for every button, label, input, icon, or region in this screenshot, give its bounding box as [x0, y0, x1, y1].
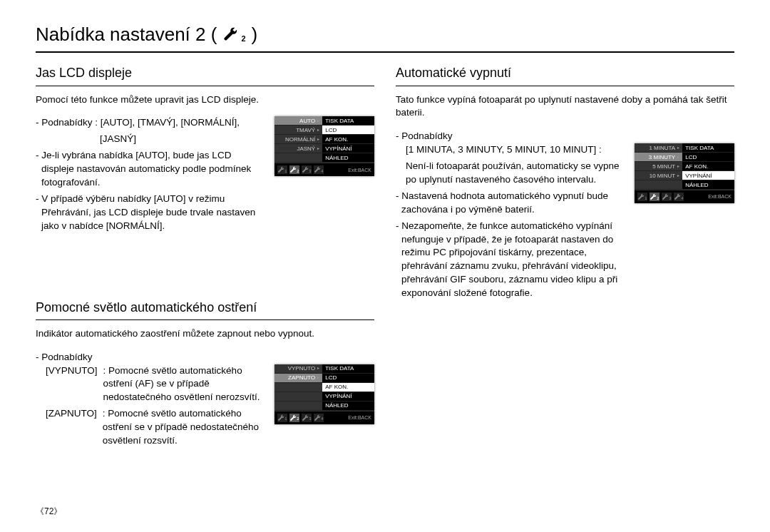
- cam-tab-icon: 2: [289, 414, 299, 422]
- cam-right-item: TISK DATA: [322, 364, 374, 374]
- cam-left-item: TMAVÝ: [274, 126, 322, 135]
- cam-left-item: [274, 383, 322, 392]
- section-auto-off: Automatické vypnutí Tato funkce vypíná f…: [396, 64, 734, 303]
- cam-tab-icon: 3: [662, 193, 672, 201]
- cam-left-item: [274, 153, 322, 163]
- autooff-p2: - Nastavená hodnota automatického vypnut…: [396, 190, 626, 217]
- content-columns: Jas LCD displeje Pomocí této funkce může…: [36, 64, 734, 471]
- cam-tab-icon: 3: [302, 165, 312, 174]
- cam-left-item: [274, 392, 322, 401]
- cam-right-item: VYPÍNÁNÍ: [322, 392, 374, 401]
- cam-right-item: TISK DATA: [322, 116, 374, 126]
- heading-af: Pomocné světlo automatického ostření: [36, 299, 374, 320]
- cam-right-item: NÁHLED: [322, 153, 374, 163]
- cam-footer: 1234Exit:BACK: [635, 190, 734, 203]
- cam-left-item: [635, 180, 682, 190]
- page-title: Nabídka nastavení 2 ( 2 ): [36, 21, 734, 53]
- autooff-p3: - Nezapomeňte, že funkce automatického v…: [396, 220, 626, 300]
- autooff-submenus: - Podnabídky: [396, 130, 734, 143]
- right-column: Automatické vypnutí Tato funkce vypíná f…: [396, 64, 734, 471]
- heading-autooff: Automatické vypnutí: [396, 64, 734, 86]
- cam-left-item: 10 MINUT: [635, 171, 682, 180]
- af-on-desc: : Pomocné světlo automatického ostření s…: [103, 407, 266, 448]
- wrench-subscript: 2: [241, 34, 245, 44]
- lcd-p3: - V případě výběru nabídky [AUTO] v reži…: [36, 193, 266, 233]
- cam-right-item: LCD: [322, 126, 374, 135]
- lcd-p2: - Je-li vybrána nabídka [AUTO], bude jas…: [36, 149, 266, 190]
- af-on-term: [ZAPNUTO]: [46, 407, 97, 448]
- cam-left-item: 3 MINUTY: [635, 153, 682, 162]
- left-column: Jas LCD displeje Pomocí této funkce může…: [36, 64, 374, 471]
- cam-left-item: 1 MINUTA: [635, 143, 682, 153]
- cam-left-item: VYPNUTO: [274, 364, 322, 374]
- af-off-desc: : Pomocné světlo automatického ostření (…: [103, 364, 266, 405]
- cam-exit-label: Exit:BACK: [348, 167, 371, 174]
- cam-exit-label: Exit:BACK: [348, 414, 371, 421]
- section-af-lamp: Pomocné světlo automatického ostření Ind…: [36, 299, 374, 451]
- cam-exit-label: Exit:BACK: [708, 193, 732, 200]
- lcd-submenus-1b: [JASNÝ]: [36, 133, 266, 146]
- cam-left-item: JASNÝ: [274, 144, 322, 153]
- cam-right-item: AF KON.: [682, 162, 734, 171]
- cam-left-item: ZAPNUTO: [274, 374, 322, 383]
- lcd-submenus-1: - Podnabídky : [AUTO], [TMAVÝ], [NORMÁLN…: [36, 116, 266, 130]
- cam-left-item: AUTO: [274, 116, 322, 126]
- camera-screenshot-autooff: 1 MINUTA3 MINUTY5 MINUT10 MINUTTISK DATA…: [635, 143, 734, 203]
- text-af: [VYPNUTO] : Pomocné světlo automatického…: [36, 364, 266, 451]
- cam-right-item: AF KON.: [322, 135, 374, 144]
- intro-autooff: Tato funkce vypíná fotoaparát po uplynut…: [396, 93, 734, 121]
- intro-af: Indikátor automatického zaostření můžete…: [36, 327, 374, 341]
- cam-right-item: TISK DATA: [682, 143, 734, 153]
- cam-tab-icon: 1: [637, 193, 647, 201]
- cam-left-item: [274, 401, 322, 411]
- autooff-p1b: Není-li fotoaparát používán, automaticky…: [396, 160, 626, 187]
- cam-tab-icon: 1: [277, 165, 287, 174]
- cam-right-item: NÁHLED: [322, 401, 374, 411]
- cam-right-item: LCD: [322, 374, 374, 383]
- cam-tab-icon: 4: [674, 193, 684, 201]
- text-autooff: [1 MINUTA, 3 MINUTY, 5 MINUT, 10 MINUT] …: [396, 143, 626, 303]
- cam-tab-icon: 2: [650, 193, 659, 201]
- cam-footer: 1234Exit:BACK: [274, 411, 374, 424]
- cam-right-item: VYPÍNÁNÍ: [682, 171, 734, 180]
- cam-right-item: NÁHLED: [682, 180, 734, 190]
- cam-right-item: LCD: [682, 153, 734, 162]
- af-submenus: - Podnabídky: [36, 351, 374, 364]
- cam-right-item: AF KON.: [322, 383, 374, 392]
- page-number: 《72》: [36, 506, 62, 518]
- cam-left-item: 5 MINUT: [635, 162, 682, 171]
- cam-footer: 1234Exit:BACK: [274, 163, 374, 176]
- cam-tab-icon: 2: [289, 165, 299, 174]
- text-lcd: - Podnabídky : [AUTO], [TMAVÝ], [NORMÁLN…: [36, 116, 266, 235]
- autooff-p1: [1 MINUTA, 3 MINUTY, 5 MINUT, 10 MINUT] …: [396, 143, 626, 157]
- title-suffix: ): [252, 21, 258, 47]
- cam-tab-icon: 3: [302, 414, 312, 422]
- intro-lcd: Pomocí této funkce můžete upravit jas LC…: [36, 93, 374, 107]
- cam-tab-icon: 4: [314, 165, 324, 174]
- section-lcd-brightness: Jas LCD displeje Pomocí této funkce může…: [36, 64, 374, 235]
- camera-screenshot-af: VYPNUTOZAPNUTOTISK DATALCDAF KON.VYPÍNÁN…: [274, 364, 374, 424]
- heading-lcd: Jas LCD displeje: [36, 64, 374, 86]
- wrench-icon: [220, 25, 241, 44]
- cam-left-item: NORMÁLNÍ: [274, 135, 322, 144]
- camera-screenshot-lcd: AUTOTMAVÝNORMÁLNÍJASNÝTISK DATALCDAF KON…: [274, 116, 374, 176]
- af-off-term: [VYPNUTO]: [46, 364, 98, 405]
- cam-tab-icon: 1: [277, 414, 287, 422]
- cam-tab-icon: 4: [314, 414, 324, 422]
- title-prefix: Nabídka nastavení 2 (: [36, 21, 217, 47]
- cam-right-item: VYPÍNÁNÍ: [322, 144, 374, 153]
